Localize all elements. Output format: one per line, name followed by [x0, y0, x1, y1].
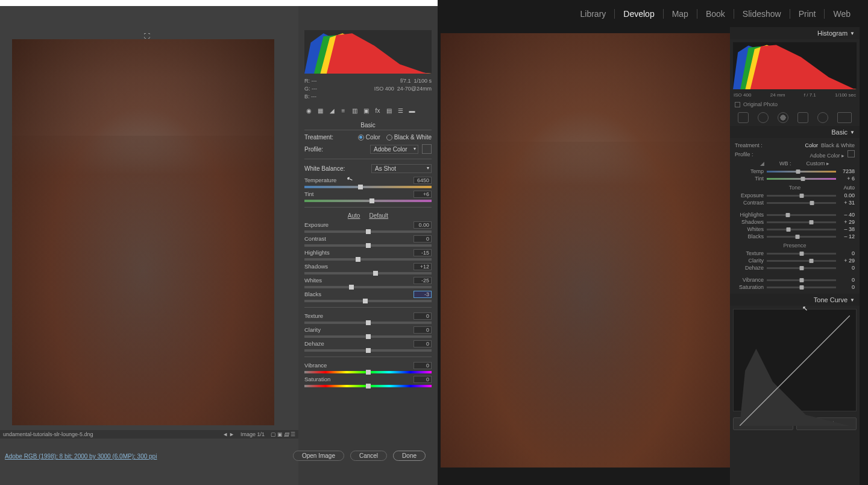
prev-image-icon[interactable]: ◄	[222, 431, 228, 437]
saturation-slider[interactable]	[304, 385, 432, 387]
workflow-link[interactable]: Adobe RGB (1998); 8 bit; 2000 by 3000 (6…	[5, 453, 157, 460]
nav-print[interactable]: Print	[790, 9, 825, 19]
settings-icon[interactable]: ☰	[291, 431, 295, 437]
acr-preview-image[interactable]	[12, 39, 274, 425]
calib-icon[interactable]: ▤	[385, 106, 394, 115]
temp-slider[interactable]	[304, 186, 432, 188]
lr-saturation-value[interactable]: 0	[839, 284, 855, 290]
texture-value[interactable]: 0	[414, 312, 432, 320]
histogram-header[interactable]: Histogram▼	[730, 27, 860, 39]
auto-link[interactable]: Auto	[348, 212, 360, 219]
nav-slideshow[interactable]: Slideshow	[734, 9, 790, 19]
contrast-slider[interactable]	[304, 244, 432, 247]
lr-preview-image[interactable]	[441, 33, 730, 468]
tone-curve[interactable]	[733, 309, 857, 411]
lr-vibrance-slider[interactable]	[767, 279, 836, 281]
mark-icon[interactable]: ▤	[284, 431, 289, 437]
nav-web[interactable]: Web	[825, 9, 859, 19]
zoom-icon[interactable]: ▣	[277, 431, 283, 437]
lr-clarity-slider[interactable]	[767, 260, 836, 262]
contrast-value[interactable]: 0	[414, 235, 432, 242]
nav-map[interactable]: Map	[664, 9, 697, 19]
nav-book[interactable]: Book	[697, 9, 734, 19]
preset-icon[interactable]: ☰	[396, 106, 405, 115]
saturation-value[interactable]: 0	[414, 376, 432, 383]
lr-whites-value[interactable]: – 38	[839, 226, 855, 232]
tonecurve-header[interactable]: Tone Curve▼	[730, 294, 860, 306]
whites-slider[interactable]	[304, 286, 432, 288]
fullscreen-icon[interactable]: ⛶	[144, 33, 150, 39]
detail-icon[interactable]: ◢	[327, 106, 336, 115]
lr-texture-value[interactable]: 0	[839, 250, 855, 256]
lens-icon[interactable]: ▣	[362, 106, 371, 115]
done-button[interactable]: Done	[393, 451, 426, 461]
acr-histogram[interactable]	[304, 30, 432, 74]
lr-texture-slider[interactable]	[767, 253, 836, 255]
treatment-bw-radio[interactable]: Black & White	[386, 134, 432, 141]
lr-shadows-slider[interactable]	[767, 221, 836, 223]
dehaze-slider[interactable]	[304, 349, 432, 352]
lr-tint-slider[interactable]	[767, 178, 836, 180]
cancel-button[interactable]: Cancel	[350, 451, 387, 461]
lr-auto-btn[interactable]: Auto	[843, 185, 855, 191]
snapshot-icon[interactable]: ▬	[407, 106, 417, 115]
lr-wb-dropdown[interactable]: Custom ▸	[806, 160, 829, 166]
highlights-slider[interactable]	[304, 258, 432, 261]
lr-clarity-value[interactable]: + 29	[839, 258, 855, 264]
lr-whites-slider[interactable]	[767, 229, 836, 230]
eyedropper-icon[interactable]: ◢	[760, 160, 764, 166]
shadows-slider[interactable]	[304, 272, 432, 274]
lr-blacks-value[interactable]: – 12	[839, 233, 855, 239]
basic-section-header[interactable]: Basic▼	[730, 126, 860, 138]
default-link[interactable]: Default	[369, 212, 388, 219]
profile-browser-icon[interactable]	[422, 144, 432, 154]
lr-vibrance-value[interactable]: 0	[839, 277, 855, 283]
dehaze-value[interactable]: 0	[414, 340, 432, 347]
shadows-value[interactable]: +12	[414, 263, 432, 270]
lr-dehaze-value[interactable]: 0	[839, 265, 855, 271]
brush-icon[interactable]	[837, 112, 852, 123]
spot-icon[interactable]	[758, 112, 769, 123]
lr-contrast-slider[interactable]	[767, 202, 836, 204]
whites-value[interactable]: -25	[414, 277, 432, 284]
gradient-icon[interactable]	[797, 112, 808, 123]
radial-icon[interactable]	[817, 112, 828, 123]
lr-exposure-slider[interactable]	[767, 195, 836, 197]
original-photo-checkbox[interactable]: Original Photo	[730, 100, 860, 109]
wb-dropdown[interactable]: As Shot	[371, 164, 432, 173]
redeye-icon[interactable]	[778, 112, 788, 123]
blacks-slider[interactable]	[304, 300, 432, 302]
texture-slider[interactable]	[304, 322, 432, 324]
clarity-slider[interactable]	[304, 335, 432, 338]
lr-bw-btn[interactable]: Black & White	[821, 142, 855, 148]
tint-value[interactable]: +6	[414, 191, 432, 198]
lr-highlights-value[interactable]: – 40	[839, 212, 855, 218]
lr-exposure-value[interactable]: 0.00	[839, 192, 855, 198]
crop-icon[interactable]	[738, 112, 749, 123]
split-icon[interactable]: ▥	[350, 106, 359, 115]
nav-develop[interactable]: Develop	[615, 9, 663, 19]
lr-temp-value[interactable]: 7238	[839, 168, 855, 174]
lr-histogram[interactable]	[733, 42, 857, 89]
exposure-slider[interactable]	[304, 230, 432, 233]
profile-dropdown[interactable]: Adobe Color	[370, 145, 418, 154]
vibrance-slider[interactable]	[304, 371, 432, 373]
clarity-value[interactable]: 0	[414, 326, 432, 334]
treatment-color-radio[interactable]: Color	[358, 134, 380, 141]
lr-saturation-slider[interactable]	[767, 287, 836, 288]
lr-color-btn[interactable]: Color	[805, 142, 818, 148]
tint-slider[interactable]	[304, 200, 432, 202]
lr-temp-slider[interactable]	[767, 171, 836, 173]
lr-profile-dropdown[interactable]: Adobe Color	[810, 153, 840, 159]
vibrance-value[interactable]: 0	[414, 362, 432, 369]
rating-icon[interactable]: ▢	[271, 431, 276, 437]
fx-icon[interactable]: fx	[373, 106, 382, 115]
lr-tint-value[interactable]: + 6	[839, 176, 855, 182]
open-image-button[interactable]: Open Image	[293, 451, 344, 461]
next-image-icon[interactable]: ►	[229, 431, 234, 437]
nav-library[interactable]: Library	[572, 9, 615, 19]
lr-shadows-value[interactable]: + 29	[839, 219, 855, 225]
lr-highlights-slider[interactable]	[767, 214, 836, 216]
temp-value[interactable]: 6450	[414, 177, 432, 184]
highlights-value[interactable]: -15	[414, 249, 432, 256]
